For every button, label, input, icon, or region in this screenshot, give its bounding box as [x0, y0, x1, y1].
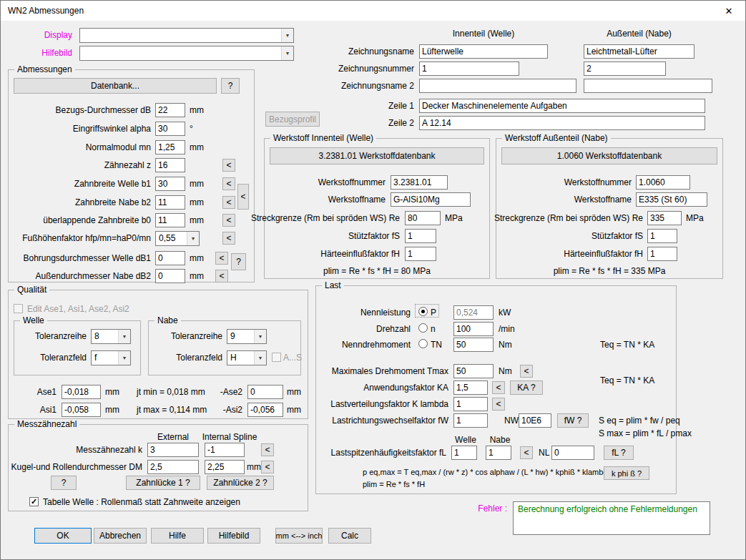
lastrichtungswechselfaktor-input[interactable] [453, 413, 488, 428]
spin-left-icon[interactable]: < [261, 443, 274, 456]
zeichnungsname-nabe-input[interactable] [584, 44, 695, 59]
toleranzreihe-nabe-combobox[interactable]: 9 ▼ [227, 329, 267, 344]
zeichnungsname2-welle-input[interactable] [419, 79, 576, 93]
radio-tn-label: TN [431, 338, 442, 352]
fusshoehenfaktor-combobox[interactable]: 0,55 ▼ [155, 231, 200, 246]
eingriffswinkel-input[interactable] [155, 122, 185, 136]
calc-button[interactable]: Calc [328, 528, 371, 544]
lastverteilungsfaktor-input[interactable] [453, 397, 488, 411]
spin-left-icon[interactable]: < [222, 159, 235, 172]
unit-label: /min [499, 322, 515, 336]
asi1-input[interactable] [62, 403, 101, 417]
spin-left-icon[interactable]: < [222, 214, 235, 227]
werkstoff-nabe-datenbank-button[interactable]: 1.0060 Werkstoffdatenbank [501, 147, 717, 164]
zahnbreite-welle-input[interactable] [155, 177, 185, 191]
zaehnezahl-input[interactable] [155, 158, 185, 172]
fl-welle-input[interactable] [451, 446, 477, 460]
radio-p[interactable] [418, 307, 428, 316]
werkstoff-welle-datenbank-button[interactable]: 3.2381.01 Werkstoffdatenbank [270, 147, 484, 164]
ase2-label: -Ase2 [220, 385, 242, 399]
haerte-welle-input[interactable] [405, 247, 436, 261]
haerte-nabe-input[interactable] [647, 247, 677, 261]
hilfebild-button[interactable]: Hilfebild [207, 528, 260, 544]
ok-button[interactable]: OK [34, 528, 92, 544]
messzaehnezahl-help-button[interactable]: ? [51, 476, 77, 490]
zahnbreite-nabe-input[interactable] [155, 195, 185, 210]
zeile2-input[interactable] [419, 116, 705, 130]
zeichnungsnummer-nabe-input[interactable] [584, 62, 666, 76]
nenndrehmoment-input[interactable] [453, 338, 494, 352]
spin-left-icon[interactable]: < [215, 270, 228, 283]
tmax-input[interactable] [453, 364, 494, 378]
zahnluecke2-button[interactable]: Zahnlücke 2 ? [207, 476, 274, 490]
fl-welle-column-header: Welle [450, 433, 481, 447]
anwendungsfaktor-input[interactable] [453, 380, 488, 395]
streckgrenze-welle-input[interactable] [405, 211, 441, 225]
toleranzfeld-nabe-combobox[interactable]: H ▼ [227, 350, 267, 365]
stuetzfaktor-nabe-input[interactable] [647, 229, 677, 243]
streckgrenze-nabe-input[interactable] [647, 211, 682, 225]
werkstoffname-welle-input[interactable] [391, 192, 471, 207]
spin-left-icon[interactable]: < [520, 446, 533, 459]
unit-label: mm [190, 213, 204, 227]
zeichnungsname-welle-input[interactable] [419, 44, 548, 59]
spin-left-b1b2-icon[interactable]: < [237, 184, 249, 210]
werkstoffnummer-welle-input[interactable] [391, 175, 448, 190]
stuetzfaktor-welle-input[interactable] [405, 229, 436, 243]
spin-left-icon[interactable]: < [492, 381, 505, 394]
spin-left-icon[interactable]: < [222, 177, 235, 190]
ka-help-button[interactable]: KA ? [510, 380, 543, 395]
spin-left-icon[interactable]: < [222, 196, 235, 209]
column-header-nabe: Außenteil (Nabe) [584, 26, 695, 41]
spin-left-icon[interactable]: < [222, 232, 235, 245]
bezugsprofil-button: Bezugsprofil [265, 112, 320, 127]
toleranzfeld-welle-combobox[interactable]: f ▼ [91, 350, 131, 365]
bezugs-durchmesser-input[interactable] [155, 103, 185, 117]
ueberlappende-zahnbreite-input[interactable] [155, 213, 185, 227]
fw-help-button[interactable]: fW ? [557, 413, 589, 428]
messzaehnezahl-k-external-input[interactable] [147, 443, 199, 457]
kphib-help-button[interactable]: k phi ß ? [604, 466, 649, 480]
aussendurchmesser-input[interactable] [155, 269, 185, 283]
unit-label: mm [287, 385, 301, 399]
ase1-input[interactable] [62, 385, 101, 399]
drehzahl-input[interactable] [453, 322, 494, 336]
asi2-input[interactable] [247, 403, 283, 417]
mm-inch-button[interactable]: mm <--> inch [275, 528, 323, 544]
toleranzreihe-welle-combobox[interactable]: 8 ▼ [91, 329, 131, 344]
radio-tn[interactable] [418, 339, 428, 348]
nl-input[interactable] [551, 446, 594, 460]
display-combobox[interactable]: ▼ [79, 28, 294, 43]
normalmodul-input[interactable] [155, 140, 185, 154]
zeichnungsname2-nabe-input[interactable] [584, 79, 712, 93]
bohrungsdurchmesser-input[interactable] [155, 251, 185, 265]
werkstoffname-nabe-input[interactable] [636, 192, 707, 207]
abbrechen-button[interactable]: Abbrechen [94, 528, 147, 544]
werkstoffnummer-nabe-input[interactable] [636, 175, 690, 190]
datenbank-button[interactable]: Datenbank... [14, 78, 217, 94]
durchmesser-help-button[interactable]: ? [231, 253, 246, 270]
fl-help-button[interactable]: fL ? [604, 446, 634, 460]
zeile1-input[interactable] [419, 99, 705, 113]
spin-left-icon[interactable]: < [520, 365, 533, 378]
abmessungen-help-button[interactable]: ? [221, 78, 240, 94]
zahnluecke1-button[interactable]: Zahnlücke 1 ? [126, 476, 200, 490]
nennleistung-input[interactable] [453, 305, 494, 320]
nw-input[interactable] [519, 413, 551, 428]
rollendurchmesser-internal-input[interactable] [205, 460, 245, 474]
radio-n[interactable] [418, 323, 428, 333]
hilfebild-combobox[interactable]: ▼ [79, 46, 294, 61]
ase2-input[interactable] [247, 385, 283, 399]
tabelle-welle-checkbox[interactable]: ✓ [29, 497, 39, 506]
zeichnungsnummer-welle-input[interactable] [419, 62, 519, 76]
spin-left-icon[interactable]: < [261, 461, 274, 473]
messzaehnezahl-k-internal-input[interactable] [205, 443, 245, 457]
hilfe-button[interactable]: Hilfe [151, 528, 204, 544]
close-icon[interactable]: ✕ [712, 1, 745, 21]
spin-left-icon[interactable]: < [492, 398, 505, 411]
fl-nabe-input[interactable] [486, 446, 511, 460]
rollendurchmesser-external-input[interactable] [147, 460, 199, 474]
unit-label: mm [190, 177, 204, 191]
unit-label: Nm [499, 338, 512, 352]
spin-left-icon[interactable]: < [215, 252, 228, 265]
